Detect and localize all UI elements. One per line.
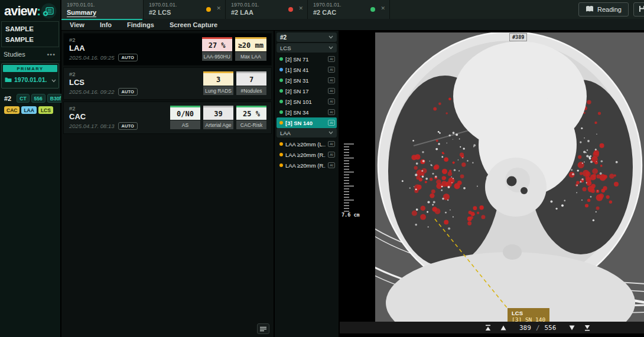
menu-info[interactable]: Info xyxy=(100,21,112,28)
finding-dot xyxy=(279,153,283,156)
finding-laa-left[interactable]: LAA ≥20mm (L...AI xyxy=(277,139,337,149)
finding-dot xyxy=(279,142,283,146)
chevron-down-icon[interactable] xyxy=(51,74,56,85)
ai-badge: AI xyxy=(328,88,335,94)
ct-slice-image[interactable] xyxy=(375,32,644,322)
folder-icon xyxy=(5,74,12,85)
summary-card-lcs[interactable]: #2 LCS 2025.04.16. 09:22 AUTO 3 Lung RAD… xyxy=(63,67,272,100)
summary-card-laa[interactable]: #2 LAA 2025.04.16. 09:25 AUTO 27 % LAA-9… xyxy=(63,33,272,66)
ai-badge: AI xyxy=(328,162,335,168)
stat-tile-nodules: 7 #Nodules xyxy=(236,71,266,95)
finding-sn140-selected[interactable]: [3] SN 140AI xyxy=(277,117,337,128)
tab-lcs[interactable]: 1970.01.01. #2 LCS ✕ xyxy=(144,0,226,19)
finding-dot xyxy=(279,163,283,167)
ct-viewer[interactable]: 7.6 cm #389 LCS [3] SN 140 389/556 xyxy=(340,31,644,337)
close-icon[interactable]: ✕ xyxy=(380,5,385,11)
close-icon[interactable]: ✕ xyxy=(216,5,221,11)
finding-laa-right2[interactable]: LAA ≥20mm (R...AI xyxy=(277,160,337,171)
list-icon xyxy=(260,325,266,333)
ai-badge: AI xyxy=(328,141,335,147)
finding-laa-right1[interactable]: LAA ≥20mm (R...AI xyxy=(277,149,337,160)
studies-header: Studies ••• xyxy=(0,47,60,61)
ai-badge: AI xyxy=(328,77,335,83)
tab-summary[interactable]: 1970.01.01. Summary xyxy=(61,0,144,19)
chevron-down-icon xyxy=(328,35,333,39)
stat-tile-as: 0/N0 AS xyxy=(170,106,200,129)
finding-dot xyxy=(279,89,283,93)
save-button[interactable] xyxy=(633,2,644,17)
primary-badge: PRIMARY xyxy=(3,65,57,72)
patient-name-line1: SAMPLE xyxy=(5,24,55,34)
summary-panel: #2 LAA 2025.04.16. 09:25 AUTO 27 % LAA-9… xyxy=(61,31,275,337)
book-icon xyxy=(586,5,594,14)
scale-ruler xyxy=(343,143,356,215)
chevron-down-icon xyxy=(328,131,333,135)
app-logo-icon xyxy=(41,3,57,19)
stat-tile-arterial-age: 39 Arterial Age xyxy=(203,106,233,129)
finding-dot xyxy=(279,68,283,71)
menu-findings[interactable]: Findings xyxy=(127,21,154,28)
sidebar: aview: SAMPLE SAMPLE Studies ••• xyxy=(0,0,61,337)
ai-badge: AI xyxy=(328,152,335,158)
first-slice-button[interactable] xyxy=(480,322,496,333)
modality-badge: CT xyxy=(17,94,29,103)
finding-sn31[interactable]: [2] SN 31AI xyxy=(277,75,337,86)
save-icon xyxy=(639,5,644,14)
stat-tile-laa950: 27 % LAA-950HU xyxy=(202,37,232,61)
chevron-down-icon xyxy=(328,46,333,50)
study-item[interactable]: PRIMARY 1970.01.01. xyxy=(1,63,59,89)
ai-badge: AI xyxy=(328,67,335,73)
tab-laa[interactable]: 1970.01.01. #2 LAA ✕ xyxy=(226,0,308,19)
app-root: aview: SAMPLE SAMPLE Studies ••• xyxy=(0,0,644,337)
summary-card-cac[interactable]: #2 CAC 2025.04.17. 08:13 AUTO 0/N0 AS xyxy=(63,102,272,134)
slice-counter: 389/556 xyxy=(511,324,564,332)
slice-navigation-bar: 389/556 xyxy=(340,322,644,333)
cac-badge[interactable]: CAC xyxy=(4,106,19,114)
studies-label: Studies xyxy=(4,51,25,58)
studies-more-icon[interactable]: ••• xyxy=(47,51,56,58)
menu-bar: View Info Findings Screen Capture xyxy=(61,19,644,31)
auto-badge: AUTO xyxy=(118,54,138,61)
finding-sn17[interactable]: [2] SN 17AI xyxy=(277,86,337,96)
menu-screen-capture[interactable]: Screen Capture xyxy=(170,21,217,28)
finding-dot xyxy=(279,121,283,125)
finding-dot xyxy=(279,78,283,82)
stat-tile-cac-risk: 25 % CAC-Risk xyxy=(236,106,266,129)
laa-badge[interactable]: LAA xyxy=(21,106,36,114)
finding-dot xyxy=(279,100,283,103)
next-slice-button[interactable] xyxy=(564,322,580,333)
patient-name-line2: SAMPLE xyxy=(5,34,55,45)
study-date: 1970.01.01. xyxy=(14,76,49,83)
findings-panel: #2 LCS [2] SN 71AI [1] SN 41AI [2] SN 31… xyxy=(275,31,340,337)
ai-badge: AI xyxy=(328,109,335,115)
tab-cac[interactable]: 1970.01.01. #2 CAC ✕ xyxy=(308,0,390,19)
reading-button[interactable]: Reading xyxy=(578,2,629,17)
stat-tile-maxlaa: ≥20 mm Max LAA xyxy=(235,37,266,61)
stat-tile-lungrads: 3 Lung RADS xyxy=(203,71,233,95)
ai-badge: AI xyxy=(328,99,335,104)
series-row: #2 CT 556 B30f xyxy=(0,89,60,103)
ai-badge: AI xyxy=(328,56,335,62)
previous-slice-button[interactable] xyxy=(496,322,511,333)
lcs-group-select[interactable]: LCS xyxy=(277,43,337,53)
main-area: 1970.01.01. Summary 1970.01.01. #2 LCS ✕… xyxy=(61,0,644,337)
patient-name-box[interactable]: SAMPLE SAMPLE xyxy=(1,21,59,47)
lcs-badge[interactable]: LCS xyxy=(38,106,53,114)
series-select[interactable]: #2 xyxy=(277,32,337,42)
finding-sn41[interactable]: [1] SN 41AI xyxy=(277,64,337,75)
close-icon[interactable]: ✕ xyxy=(298,5,303,11)
summary-list-button[interactable] xyxy=(257,323,269,334)
last-slice-button[interactable] xyxy=(580,322,595,333)
laa-group-select[interactable]: LAA xyxy=(277,128,337,138)
finding-sn101[interactable]: [2] SN 101AI xyxy=(277,96,337,107)
module-badges: CAC LAA LCS xyxy=(0,103,60,114)
status-dot-red xyxy=(288,7,293,12)
finding-sn71[interactable]: [2] SN 71AI xyxy=(277,54,337,64)
logo-row: aview: xyxy=(0,0,60,21)
finding-sn34[interactable]: [2] SN 34AI xyxy=(277,107,337,117)
menu-view[interactable]: View xyxy=(70,21,84,28)
status-dot-amber xyxy=(206,7,211,12)
tab-bar: 1970.01.01. Summary 1970.01.01. #2 LCS ✕… xyxy=(61,0,644,19)
finding-dot xyxy=(279,110,283,114)
ai-badge: AI xyxy=(328,120,335,126)
